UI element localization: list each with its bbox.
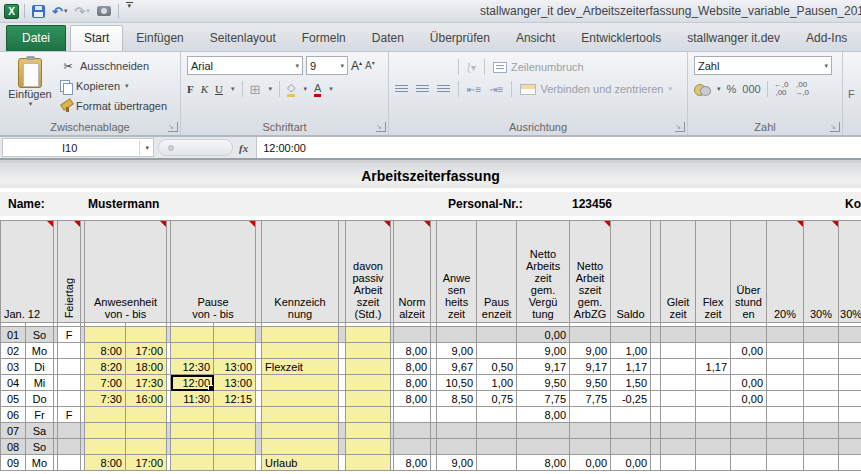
cell-03-pausez[interactable]: 0,50 [477, 359, 517, 375]
cell-08-passiv[interactable] [346, 439, 391, 455]
tab-add-ins[interactable]: Add-Ins [793, 26, 860, 51]
cell-04-verg[interactable]: 9,50 [517, 375, 570, 391]
cell-02-saldo[interactable]: 1,00 [611, 343, 651, 359]
cell-08-p30b[interactable] [839, 439, 861, 455]
cell-01-f[interactable]: F [58, 327, 81, 343]
cell-05-pb[interactable]: 12:15 [214, 391, 256, 407]
cell-04-ab[interactable]: 17:30 [126, 375, 167, 391]
cell-02-av[interactable]: 8:00 [85, 343, 126, 359]
cell-05-p30a[interactable] [804, 391, 839, 407]
header-cell-ueber[interactable]: Über stund en [731, 221, 767, 323]
cell-01-p30b[interactable] [839, 327, 861, 343]
font-color-button[interactable]: A [314, 82, 321, 97]
increase-decimal-button[interactable]: ←,0 ,00 [774, 81, 789, 97]
cell-03-pb[interactable]: 13:00 [214, 359, 256, 375]
header-cell-p20[interactable]: 20% [767, 221, 804, 323]
cell-06-gleit[interactable] [661, 407, 696, 423]
cell-07-arbzg[interactable] [570, 423, 611, 439]
cell-02-wd[interactable]: Mo [26, 343, 54, 359]
cell-03-arbzg[interactable]: 9,17 [570, 359, 611, 375]
cell-06-day[interactable]: 06 [1, 407, 26, 423]
cell-08-arbzg[interactable] [570, 439, 611, 455]
wrap-text-button[interactable]: Zeilenumbruch [493, 57, 584, 77]
cell-07-passiv[interactable] [346, 423, 391, 439]
header-cell-p30a[interactable]: 30% [804, 221, 839, 323]
number-format-combo[interactable]: Zahl▾ [694, 56, 832, 75]
cell-03-p20[interactable] [767, 359, 804, 375]
cut-button[interactable]: ✂Ausschneiden [60, 56, 167, 76]
cell-05-av[interactable]: 7:30 [85, 391, 126, 407]
cell-02-day[interactable]: 02 [1, 343, 26, 359]
cell-08-norm[interactable] [394, 439, 431, 455]
align-right-icon[interactable] [437, 85, 450, 94]
cell-05-wd[interactable]: Do [26, 391, 54, 407]
cell-03-p30a[interactable] [804, 359, 839, 375]
tab-formeln[interactable]: Formeln [289, 26, 359, 51]
cell-06-pausez[interactable] [477, 407, 517, 423]
cell-04-arbzg[interactable]: 9,50 [570, 375, 611, 391]
cell-01-ueber[interactable] [731, 327, 767, 343]
header-cell-gleit[interactable]: Gleit zeit [661, 221, 696, 323]
format-painter-button[interactable]: Format übertragen [60, 96, 167, 116]
tab-entwicklertools[interactable]: Entwicklertools [568, 26, 674, 51]
cell-04-av[interactable]: 7:00 [85, 375, 126, 391]
cell-09-norm[interactable]: 8,00 [394, 455, 431, 471]
cell-01-gleit[interactable] [661, 327, 696, 343]
cell-02-norm[interactable]: 8,00 [394, 343, 431, 359]
cell-03-day[interactable]: 03 [1, 359, 26, 375]
cell-09-p20[interactable] [767, 455, 804, 471]
header-cell-anwz[interactable]: Anwe sen heits zeit [437, 221, 477, 323]
cell-04-ueber[interactable]: 0,00 [731, 375, 767, 391]
cell-06-wd[interactable]: Fr [26, 407, 54, 423]
cell-09-day[interactable]: 09 [1, 455, 26, 471]
cell-03-f[interactable] [58, 359, 81, 375]
cell-02-passiv[interactable] [346, 343, 391, 359]
qat-customize-button[interactable]: ▾ [124, 2, 135, 20]
cell-05-f[interactable] [58, 391, 81, 407]
formula-bar-grip[interactable] [158, 139, 233, 156]
cell-05-p30b[interactable] [839, 391, 861, 407]
cell-04-f[interactable] [58, 375, 81, 391]
tab-ansicht[interactable]: Ansicht [503, 26, 568, 51]
font-name-combo[interactable]: Arial▾ [187, 56, 303, 75]
cell-04-pv[interactable]: 12:00 [171, 375, 214, 391]
cell-08-f[interactable] [58, 439, 81, 455]
cell-02-flex[interactable] [696, 343, 731, 359]
cell-05-day[interactable]: 05 [1, 391, 26, 407]
cell-02-pb[interactable] [214, 343, 256, 359]
cell-08-gleit[interactable] [661, 439, 696, 455]
cell-03-gleit[interactable] [661, 359, 696, 375]
cell-03-flex[interactable]: 1,17 [696, 359, 731, 375]
tab-stallwanger-it-dev[interactable]: stallwanger it.dev [674, 26, 793, 51]
cell-01-pausez[interactable] [477, 327, 517, 343]
cell-07-p30a[interactable] [804, 423, 839, 439]
cell-07-wd[interactable]: Sa [26, 423, 54, 439]
cell-03-av[interactable]: 8:20 [85, 359, 126, 375]
cell-03-anwz[interactable]: 9,67 [437, 359, 477, 375]
cell-08-wd[interactable]: So [26, 439, 54, 455]
grow-font-button[interactable]: A▴ [351, 59, 362, 73]
cell-09-ab[interactable]: 17:00 [126, 455, 167, 471]
cell-01-p20[interactable] [767, 327, 804, 343]
cell-03-norm[interactable]: 8,00 [394, 359, 431, 375]
align-middle-icon[interactable] [416, 63, 429, 72]
cell-04-p30a[interactable] [804, 375, 839, 391]
cell-01-av[interactable] [85, 327, 126, 343]
cell-09-p30a[interactable] [804, 455, 839, 471]
cell-01-pv[interactable] [171, 327, 214, 343]
cell-06-arbzg[interactable] [570, 407, 611, 423]
cell-09-arbzg[interactable]: 0,00 [570, 455, 611, 471]
cell-04-gleit[interactable] [661, 375, 696, 391]
cell-09-ueber[interactable] [731, 455, 767, 471]
decrease-decimal-button[interactable]: ,00 →,0 [794, 81, 809, 97]
cell-07-p20[interactable] [767, 423, 804, 439]
cell-03-verg[interactable]: 9,17 [517, 359, 570, 375]
cell-06-pv[interactable] [171, 407, 214, 423]
save-button[interactable] [30, 2, 47, 20]
cell-08-pb[interactable] [214, 439, 256, 455]
cell-06-p30b[interactable] [839, 407, 861, 423]
tab--berpr-fen[interactable]: Überprüfen [417, 26, 503, 51]
cell-09-verg[interactable]: 8,00 [517, 455, 570, 471]
cell-02-arbzg[interactable]: 9,00 [570, 343, 611, 359]
personnel-number-value[interactable]: 123456 [572, 197, 612, 211]
